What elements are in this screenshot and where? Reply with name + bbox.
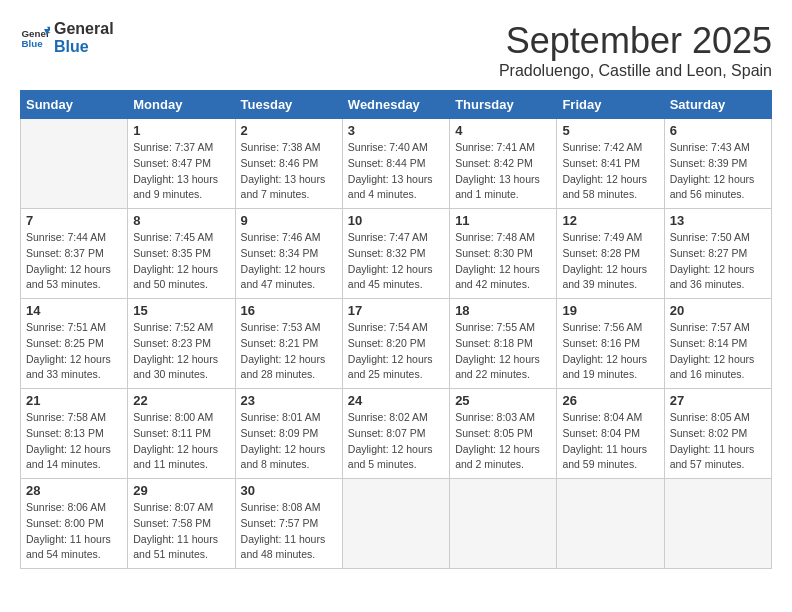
calendar-header-wednesday: Wednesday (342, 91, 449, 119)
day-info: Sunrise: 8:00 AMSunset: 8:11 PMDaylight:… (133, 410, 229, 473)
day-info: Sunrise: 7:38 AMSunset: 8:46 PMDaylight:… (241, 140, 337, 203)
calendar-cell (342, 479, 449, 569)
calendar-cell: 10Sunrise: 7:47 AMSunset: 8:32 PMDayligh… (342, 209, 449, 299)
day-info: Sunrise: 7:54 AMSunset: 8:20 PMDaylight:… (348, 320, 444, 383)
day-info: Sunrise: 7:44 AMSunset: 8:37 PMDaylight:… (26, 230, 122, 293)
calendar-week-row: 7Sunrise: 7:44 AMSunset: 8:37 PMDaylight… (21, 209, 772, 299)
day-info: Sunrise: 7:40 AMSunset: 8:44 PMDaylight:… (348, 140, 444, 203)
calendar-cell: 6Sunrise: 7:43 AMSunset: 8:39 PMDaylight… (664, 119, 771, 209)
calendar-header-friday: Friday (557, 91, 664, 119)
calendar-cell (450, 479, 557, 569)
calendar-cell: 20Sunrise: 7:57 AMSunset: 8:14 PMDayligh… (664, 299, 771, 389)
calendar-cell: 29Sunrise: 8:07 AMSunset: 7:58 PMDayligh… (128, 479, 235, 569)
day-info: Sunrise: 7:46 AMSunset: 8:34 PMDaylight:… (241, 230, 337, 293)
calendar-cell: 5Sunrise: 7:42 AMSunset: 8:41 PMDaylight… (557, 119, 664, 209)
day-number: 26 (562, 393, 658, 408)
calendar-cell: 21Sunrise: 7:58 AMSunset: 8:13 PMDayligh… (21, 389, 128, 479)
day-number: 28 (26, 483, 122, 498)
day-number: 2 (241, 123, 337, 138)
calendar-cell: 22Sunrise: 8:00 AMSunset: 8:11 PMDayligh… (128, 389, 235, 479)
day-info: Sunrise: 8:06 AMSunset: 8:00 PMDaylight:… (26, 500, 122, 563)
month-title: September 2025 (499, 20, 772, 62)
calendar-cell: 16Sunrise: 7:53 AMSunset: 8:21 PMDayligh… (235, 299, 342, 389)
day-info: Sunrise: 7:56 AMSunset: 8:16 PMDaylight:… (562, 320, 658, 383)
day-info: Sunrise: 7:52 AMSunset: 8:23 PMDaylight:… (133, 320, 229, 383)
day-info: Sunrise: 8:08 AMSunset: 7:57 PMDaylight:… (241, 500, 337, 563)
calendar-cell: 18Sunrise: 7:55 AMSunset: 8:18 PMDayligh… (450, 299, 557, 389)
day-info: Sunrise: 7:50 AMSunset: 8:27 PMDaylight:… (670, 230, 766, 293)
calendar-cell: 26Sunrise: 8:04 AMSunset: 8:04 PMDayligh… (557, 389, 664, 479)
day-number: 15 (133, 303, 229, 318)
calendar-cell: 25Sunrise: 8:03 AMSunset: 8:05 PMDayligh… (450, 389, 557, 479)
day-info: Sunrise: 7:48 AMSunset: 8:30 PMDaylight:… (455, 230, 551, 293)
calendar-cell: 9Sunrise: 7:46 AMSunset: 8:34 PMDaylight… (235, 209, 342, 299)
day-number: 30 (241, 483, 337, 498)
calendar-cell: 12Sunrise: 7:49 AMSunset: 8:28 PMDayligh… (557, 209, 664, 299)
day-number: 5 (562, 123, 658, 138)
day-number: 12 (562, 213, 658, 228)
day-info: Sunrise: 7:55 AMSunset: 8:18 PMDaylight:… (455, 320, 551, 383)
calendar-cell: 4Sunrise: 7:41 AMSunset: 8:42 PMDaylight… (450, 119, 557, 209)
calendar-cell: 1Sunrise: 7:37 AMSunset: 8:47 PMDaylight… (128, 119, 235, 209)
day-info: Sunrise: 7:57 AMSunset: 8:14 PMDaylight:… (670, 320, 766, 383)
calendar-cell: 13Sunrise: 7:50 AMSunset: 8:27 PMDayligh… (664, 209, 771, 299)
day-number: 24 (348, 393, 444, 408)
day-number: 29 (133, 483, 229, 498)
day-number: 9 (241, 213, 337, 228)
calendar-cell: 19Sunrise: 7:56 AMSunset: 8:16 PMDayligh… (557, 299, 664, 389)
day-number: 27 (670, 393, 766, 408)
calendar-table: SundayMondayTuesdayWednesdayThursdayFrid… (20, 90, 772, 569)
day-info: Sunrise: 7:51 AMSunset: 8:25 PMDaylight:… (26, 320, 122, 383)
page-header: General Blue General Blue September 2025… (20, 20, 772, 80)
calendar-week-row: 21Sunrise: 7:58 AMSunset: 8:13 PMDayligh… (21, 389, 772, 479)
day-number: 8 (133, 213, 229, 228)
calendar-cell (557, 479, 664, 569)
day-number: 18 (455, 303, 551, 318)
day-info: Sunrise: 7:42 AMSunset: 8:41 PMDaylight:… (562, 140, 658, 203)
day-number: 4 (455, 123, 551, 138)
day-number: 16 (241, 303, 337, 318)
day-number: 6 (670, 123, 766, 138)
day-info: Sunrise: 8:07 AMSunset: 7:58 PMDaylight:… (133, 500, 229, 563)
calendar-header-row: SundayMondayTuesdayWednesdayThursdayFrid… (21, 91, 772, 119)
day-info: Sunrise: 8:03 AMSunset: 8:05 PMDaylight:… (455, 410, 551, 473)
day-number: 19 (562, 303, 658, 318)
day-number: 23 (241, 393, 337, 408)
calendar-header-thursday: Thursday (450, 91, 557, 119)
title-block: September 2025 Pradoluengo, Castille and… (499, 20, 772, 80)
calendar-header-tuesday: Tuesday (235, 91, 342, 119)
day-info: Sunrise: 7:47 AMSunset: 8:32 PMDaylight:… (348, 230, 444, 293)
calendar-cell: 27Sunrise: 8:05 AMSunset: 8:02 PMDayligh… (664, 389, 771, 479)
calendar-cell: 23Sunrise: 8:01 AMSunset: 8:09 PMDayligh… (235, 389, 342, 479)
calendar-week-row: 28Sunrise: 8:06 AMSunset: 8:00 PMDayligh… (21, 479, 772, 569)
calendar-cell: 8Sunrise: 7:45 AMSunset: 8:35 PMDaylight… (128, 209, 235, 299)
day-info: Sunrise: 8:05 AMSunset: 8:02 PMDaylight:… (670, 410, 766, 473)
logo-line2: Blue (54, 38, 114, 56)
calendar-cell: 2Sunrise: 7:38 AMSunset: 8:46 PMDaylight… (235, 119, 342, 209)
day-info: Sunrise: 7:37 AMSunset: 8:47 PMDaylight:… (133, 140, 229, 203)
calendar-cell (664, 479, 771, 569)
day-info: Sunrise: 7:53 AMSunset: 8:21 PMDaylight:… (241, 320, 337, 383)
calendar-cell: 3Sunrise: 7:40 AMSunset: 8:44 PMDaylight… (342, 119, 449, 209)
calendar-cell (21, 119, 128, 209)
day-number: 10 (348, 213, 444, 228)
day-info: Sunrise: 8:04 AMSunset: 8:04 PMDaylight:… (562, 410, 658, 473)
day-number: 7 (26, 213, 122, 228)
day-info: Sunrise: 8:01 AMSunset: 8:09 PMDaylight:… (241, 410, 337, 473)
calendar-cell: 7Sunrise: 7:44 AMSunset: 8:37 PMDaylight… (21, 209, 128, 299)
day-number: 20 (670, 303, 766, 318)
svg-text:Blue: Blue (22, 38, 44, 49)
day-info: Sunrise: 7:41 AMSunset: 8:42 PMDaylight:… (455, 140, 551, 203)
calendar-body: 1Sunrise: 7:37 AMSunset: 8:47 PMDaylight… (21, 119, 772, 569)
calendar-cell: 24Sunrise: 8:02 AMSunset: 8:07 PMDayligh… (342, 389, 449, 479)
day-info: Sunrise: 7:43 AMSunset: 8:39 PMDaylight:… (670, 140, 766, 203)
day-number: 25 (455, 393, 551, 408)
location-title: Pradoluengo, Castille and Leon, Spain (499, 62, 772, 80)
day-info: Sunrise: 7:49 AMSunset: 8:28 PMDaylight:… (562, 230, 658, 293)
logo-icon: General Blue (20, 23, 50, 53)
day-number: 22 (133, 393, 229, 408)
calendar-cell: 30Sunrise: 8:08 AMSunset: 7:57 PMDayligh… (235, 479, 342, 569)
day-number: 3 (348, 123, 444, 138)
calendar-week-row: 14Sunrise: 7:51 AMSunset: 8:25 PMDayligh… (21, 299, 772, 389)
day-number: 13 (670, 213, 766, 228)
